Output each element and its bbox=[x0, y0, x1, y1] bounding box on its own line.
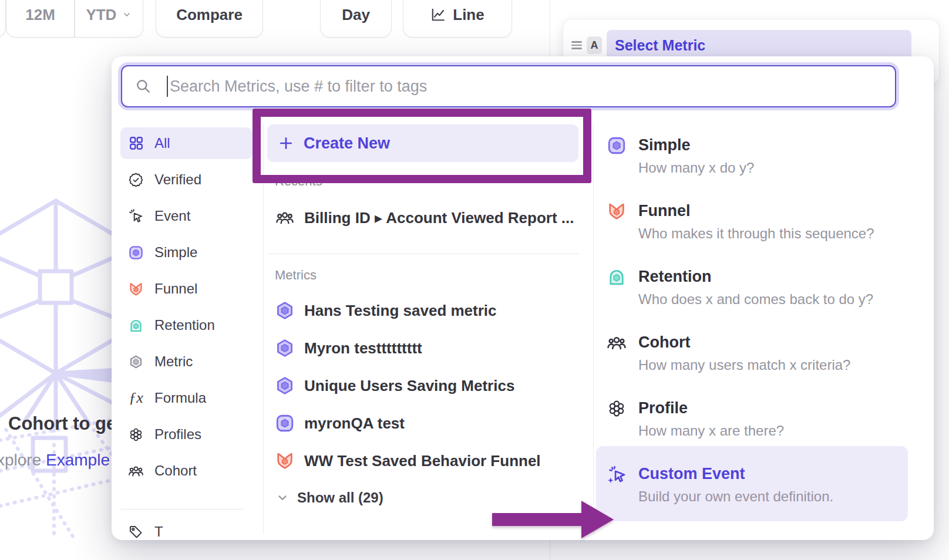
metric-hexagon-icon bbox=[275, 376, 295, 396]
toolbar-pill-fragment[interactable] bbox=[0, 0, 6, 38]
background-explore-line: xplore Example bbox=[0, 451, 110, 470]
granularity-day-button[interactable]: Day bbox=[320, 0, 392, 38]
custom-event-cursor-icon bbox=[607, 464, 627, 484]
time-range-ytd-button[interactable]: YTD bbox=[75, 0, 143, 37]
metric-type-funnel[interactable]: Funnel Who makes it through this sequenc… bbox=[607, 201, 874, 242]
metric-item-myronqa-test[interactable]: myronQA test bbox=[275, 413, 405, 433]
sidebar-item-profiles[interactable]: Profiles bbox=[120, 419, 253, 450]
metric-item-unique-users[interactable]: Unique Users Saving Metrics bbox=[275, 376, 514, 396]
types-divider bbox=[593, 123, 594, 534]
show-all-toggle[interactable]: Show all (29) bbox=[276, 490, 383, 506]
profiles-flower-icon bbox=[607, 399, 627, 419]
simple-icon bbox=[128, 245, 144, 261]
metric-hexagon-icon bbox=[275, 301, 295, 321]
sidebar-item-all[interactable]: All bbox=[120, 127, 253, 159]
sidebar-item-verified[interactable]: Verified bbox=[120, 164, 253, 195]
annotation-highlight-box bbox=[253, 109, 591, 183]
metric-type-custom-event[interactable]: Custom Event Build your own event defini… bbox=[607, 464, 833, 505]
metric-item-hans-testing[interactable]: Hans Testing saved metric bbox=[275, 301, 497, 321]
search-box bbox=[121, 65, 896, 107]
metric-item-myron-test[interactable]: Myron testtttttttt bbox=[275, 338, 422, 358]
sidebar-item-funnel[interactable]: Funnel bbox=[120, 273, 253, 305]
profiles-flower-icon bbox=[128, 427, 144, 443]
sidebar-item-metric[interactable]: Metric bbox=[120, 346, 253, 377]
explore-text-fragment: xplore bbox=[0, 451, 46, 469]
metric-type-profile[interactable]: Profile How many x are there? bbox=[607, 399, 784, 439]
simple-icon bbox=[275, 413, 295, 433]
retention-icon bbox=[128, 318, 144, 333]
sidebar-bottom-divider bbox=[120, 509, 244, 510]
chevron-down-icon bbox=[276, 491, 289, 504]
sidebar-item-clipped[interactable]: T bbox=[120, 524, 253, 540]
annotation-arrow bbox=[487, 496, 620, 543]
tag-icon bbox=[128, 524, 144, 540]
metrics-heading: Metrics bbox=[275, 268, 317, 283]
cohort-people-icon bbox=[275, 208, 295, 228]
text-cursor bbox=[167, 76, 168, 97]
series-a-badge: A bbox=[587, 36, 602, 54]
chart-type-line-button[interactable]: Line bbox=[403, 0, 512, 38]
simple-icon bbox=[607, 136, 627, 156]
metric-picker-screen: Cohort to ge xplore Example 12M YTD Comp… bbox=[0, 0, 949, 560]
cohort-people-icon bbox=[128, 463, 144, 479]
verified-badge-icon bbox=[128, 172, 144, 188]
metric-type-cohort[interactable]: Cohort How many users match x criteria? bbox=[607, 333, 850, 373]
search-input[interactable] bbox=[170, 77, 895, 96]
filter-sidebar: All Verified Event Simple bbox=[120, 127, 253, 540]
event-cursor-icon bbox=[128, 208, 144, 224]
sidebar-item-cohort[interactable]: Cohort bbox=[120, 455, 253, 487]
time-range-group: 12M YTD bbox=[6, 0, 143, 38]
metric-item-ww-test-funnel[interactable]: WW Test Saved Behavior Funnel bbox=[275, 451, 541, 471]
sidebar-divider bbox=[263, 123, 264, 534]
recent-item-billing-id[interactable]: Billing ID ▸ Account Viewed Report ... bbox=[275, 208, 574, 228]
sidebar-item-formula[interactable]: ƒx Formula bbox=[120, 382, 253, 414]
sidebar-item-event[interactable]: Event bbox=[120, 200, 253, 232]
funnel-icon bbox=[607, 201, 627, 221]
background-headline-fragment: Cohort to ge bbox=[8, 413, 116, 434]
recents-metrics-divider bbox=[267, 254, 578, 254]
line-chart-icon bbox=[430, 0, 446, 22]
compare-button[interactable]: Compare bbox=[156, 0, 263, 38]
sidebar-item-simple[interactable]: Simple bbox=[120, 237, 253, 268]
formula-fx-icon: ƒx bbox=[128, 390, 144, 406]
funnel-icon bbox=[275, 451, 295, 471]
funnel-icon bbox=[128, 281, 144, 297]
metric-type-retention[interactable]: Retention Who does x and comes back to d… bbox=[607, 267, 873, 308]
drag-handle-icon[interactable] bbox=[571, 39, 582, 51]
metric-hexagon-icon bbox=[128, 354, 144, 370]
time-range-12m-button[interactable]: 12M bbox=[6, 0, 74, 37]
grid-icon bbox=[128, 136, 144, 151]
chevron-down-icon bbox=[122, 0, 132, 19]
sidebar-item-retention[interactable]: Retention bbox=[120, 309, 253, 341]
retention-icon bbox=[607, 267, 627, 287]
metric-hexagon-icon bbox=[275, 338, 295, 358]
metric-type-simple[interactable]: Simple How many x do y? bbox=[607, 136, 754, 176]
cohort-people-icon bbox=[607, 333, 627, 353]
example-boards-link[interactable]: Example bbox=[46, 451, 110, 469]
search-icon bbox=[135, 78, 152, 95]
